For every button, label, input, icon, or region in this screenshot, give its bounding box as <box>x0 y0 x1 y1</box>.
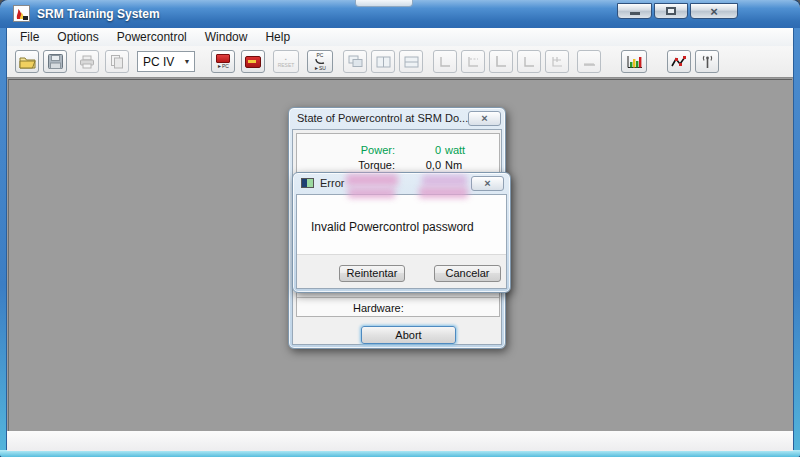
cascade-windows-button[interactable] <box>343 50 367 73</box>
axis-corner-icon <box>522 55 536 68</box>
status-bar <box>7 431 793 451</box>
minimize-icon <box>630 12 640 15</box>
application-window: SRM Training System × File Options Power… <box>0 0 800 457</box>
phone-transfer-icon <box>314 58 326 65</box>
axis-tall-icon <box>494 55 508 68</box>
retry-button[interactable]: Reintentar <box>339 265 405 282</box>
chevron-down-icon: ▼ <box>180 58 194 65</box>
torque-value: 0,0 <box>395 158 441 173</box>
close-icon: × <box>484 177 490 189</box>
print-icon <box>79 55 95 69</box>
send-to-pc-label: ►PC <box>217 63 229 69</box>
abort-button[interactable]: Abort <box>361 326 456 344</box>
copy-icon <box>110 54 124 69</box>
window-border-right <box>793 28 800 457</box>
online-mode-button[interactable] <box>695 50 719 73</box>
copy-button[interactable] <box>105 50 129 73</box>
tile-vertical-button[interactable] <box>371 50 395 73</box>
power-row: Power: 0 watt <box>297 143 499 158</box>
menu-powercontrol[interactable]: Powercontrol <box>108 28 196 46</box>
axis-layout-button-5[interactable] <box>545 50 569 73</box>
power-value: 0 <box>395 143 441 158</box>
axis-plus-icon <box>550 55 564 68</box>
window-border-left <box>0 28 7 457</box>
menu-options[interactable]: Options <box>48 28 107 46</box>
window-border-bottom <box>0 450 800 457</box>
error-dialog-title: Error <box>320 173 344 193</box>
error-dialog-body: Invalid Powercontrol password Reintentar… <box>296 194 507 289</box>
print-button[interactable] <box>75 50 99 73</box>
minimize-button[interactable] <box>617 3 652 19</box>
redacted-value-blur <box>422 175 467 186</box>
save-button[interactable] <box>43 50 67 73</box>
menu-file[interactable]: File <box>11 28 48 46</box>
close-button[interactable]: × <box>690 3 738 19</box>
axis-layout-button-4[interactable] <box>517 50 541 73</box>
maximize-icon <box>666 7 676 15</box>
redacted-value-blur <box>346 174 398 186</box>
tile-horizontal-button[interactable] <box>399 50 423 73</box>
bar-chart-button[interactable] <box>621 50 647 73</box>
power-label: Power: <box>297 143 395 158</box>
power-unit: watt <box>445 143 465 158</box>
tile-horizontal-icon <box>404 56 419 68</box>
redacted-value-blur <box>348 188 395 198</box>
cascade-windows-icon <box>348 55 363 68</box>
pc-to-su-button[interactable]: PC ►SU <box>307 50 333 73</box>
maximize-button[interactable] <box>654 3 688 19</box>
error-dialog: Error × Invalid Powercontrol password Re… <box>292 172 511 293</box>
save-icon <box>48 54 63 69</box>
line-chart-button[interactable] <box>667 50 691 73</box>
close-icon: × <box>481 112 487 124</box>
error-message: Invalid Powercontrol password <box>311 220 474 234</box>
torque-label: Torque: <box>297 158 395 173</box>
menu-bar: File Options Powercontrol Window Help <box>7 28 793 46</box>
cancel-button[interactable]: Cancelar <box>434 265 501 282</box>
menu-window[interactable]: Window <box>196 28 257 46</box>
device-selector[interactable]: PC IV ▼ <box>137 51 195 72</box>
axis-dashed-top-icon <box>466 55 480 68</box>
powercontrol-state-close-button[interactable]: × <box>468 111 501 126</box>
device-selector-value: PC IV <box>138 55 180 69</box>
torque-row: Torque: 0,0 Nm <box>297 158 499 173</box>
torque-unit: Nm <box>445 158 462 173</box>
antenna-icon <box>700 54 715 69</box>
close-icon: × <box>710 5 718 18</box>
bar-chart-icon <box>626 54 643 69</box>
reset-label: RESET <box>278 62 295 68</box>
send-to-pc-button[interactable]: ►PC <box>211 50 235 73</box>
powercontrol-display-button[interactable] <box>241 50 265 73</box>
menu-help[interactable]: Help <box>256 28 299 46</box>
axis-ruler-icon <box>582 55 596 68</box>
axis-layout-button-3[interactable] <box>489 50 513 73</box>
powercontrol-device-icon <box>216 54 230 63</box>
window-controls: × <box>617 3 740 19</box>
error-message-area: Invalid Powercontrol password <box>297 195 506 254</box>
axis-ruler-button[interactable] <box>577 50 601 73</box>
window-title: SRM Training System <box>37 7 160 21</box>
axis-layout-button-2[interactable] <box>461 50 485 73</box>
redacted-value-blur <box>419 187 468 198</box>
pc-su-bottom-label: ►SU <box>314 65 326 71</box>
hardware-label: Hardware: <box>353 302 404 314</box>
background-window-tab <box>355 0 413 7</box>
error-button-strip: Reintentar Cancelar <box>297 254 506 288</box>
powercontrol-display-icon <box>245 56 261 68</box>
axis-plain-icon <box>438 55 452 68</box>
open-folder-icon <box>19 55 36 69</box>
error-dialog-icon <box>301 178 314 188</box>
title-bar: SRM Training System × <box>0 0 800 28</box>
tile-vertical-icon <box>376 56 391 68</box>
hardware-divider <box>297 297 499 298</box>
toolbar: PC IV ▼ ►PC ▪ RESET PC ►SU <box>7 46 793 78</box>
reset-button[interactable]: ▪ RESET <box>273 50 299 73</box>
line-chart-icon <box>671 55 687 69</box>
error-close-button[interactable]: × <box>471 176 504 191</box>
axis-layout-button-1[interactable] <box>433 50 457 73</box>
open-button[interactable] <box>15 50 39 73</box>
app-logo-icon <box>13 5 30 22</box>
